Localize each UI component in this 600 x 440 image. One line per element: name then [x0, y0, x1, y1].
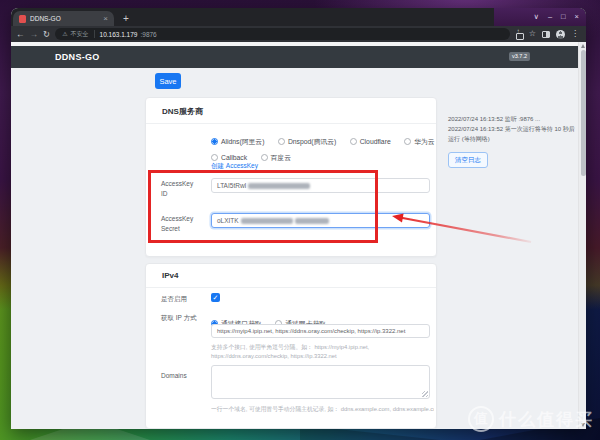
provider-radio-alidns[interactable]: Alidns(阿里云) [211, 137, 264, 147]
address-bar[interactable]: ⚠ 不安全 10.163.1.179 :9876 [55, 28, 510, 40]
annotation-red-box [148, 170, 378, 243]
log-line: 2022/07/24 16:13:52 第一次运行将等待 10 秒后运行 (等待… [448, 124, 577, 144]
domains-textarea[interactable] [211, 365, 430, 399]
ip-api-url-input[interactable]: https://myip4.ipip.net, https://ddns.ora… [211, 324, 430, 338]
provider-label: Dnspod(腾讯云) [288, 137, 336, 147]
browser-menu-icon[interactable]: ⋮ [571, 30, 579, 38]
page-scrollbar[interactable] [578, 42, 586, 429]
app-navbar: DDNS-GO v3.7.2 [11, 46, 578, 68]
domains-label: Domains [161, 371, 207, 381]
provider-radio-baidu[interactable]: 百度云 [261, 153, 291, 163]
ip-api-help-text: 支持多个接口, 使用半角逗号分隔。如： https://myip4.ipip.n… [211, 343, 434, 360]
save-button[interactable]: Save [155, 73, 181, 89]
tab-favicon-icon [19, 15, 26, 23]
radio-icon [350, 138, 357, 145]
dns-card-title: DNS服务商 [162, 106, 203, 117]
page-viewport: DDNS-GO v3.7.2 Save DNS服务商 Alidns(阿里云) D… [11, 42, 586, 429]
window-minimize-icon[interactable]: – [548, 13, 552, 21]
tab-title: DDNS-GO [30, 15, 99, 22]
watermark-text: 什么值得买 [499, 408, 594, 431]
new-tab-button[interactable]: + [123, 11, 129, 26]
ipv4-card: IPv4 是否启用 ✓ 获取 IP 方式 通过接口获取 通过网卡获取 [145, 263, 437, 429]
radio-icon [278, 138, 285, 145]
back-icon[interactable]: ← [16, 30, 25, 39]
security-label: 不安全 [71, 30, 89, 39]
url-host: 10.163.1.179 [100, 31, 138, 38]
provider-radio-callback[interactable]: Callback [211, 154, 247, 161]
divider [146, 123, 436, 124]
side-panel-icon[interactable] [542, 31, 550, 38]
enable-checkbox[interactable]: ✓ [211, 293, 220, 302]
profile-avatar-icon[interactable] [556, 30, 565, 39]
provider-radio-dnspod[interactable]: Dnspod(腾讯云) [278, 137, 336, 147]
window-menu-icon[interactable]: ∨ [533, 13, 539, 21]
watermark-badge-icon: 值 [468, 406, 494, 432]
window-frame: ∨ – □ × [494, 8, 586, 26]
provider-radio-huawei[interactable]: 华为云 [404, 137, 434, 147]
provider-label: Alidns(阿里云) [221, 137, 264, 147]
browser-window: ∨ – □ × DDNS-GO × + ← → ↻ ⚠ 不安全 10.163.1… [11, 8, 586, 429]
log-panel: 2022/07/24 16:13:52 监听 :9876 ... 2022/07… [448, 114, 577, 144]
enable-label: 是否启用 [161, 294, 207, 304]
provider-label: Callback [221, 154, 247, 161]
log-line: 2022/07/24 16:13:52 监听 :9876 ... [448, 114, 577, 124]
share-icon[interactable] [515, 30, 523, 38]
divider [146, 287, 436, 288]
resize-grip-icon[interactable] [422, 391, 428, 397]
tab-strip: ∨ – □ × DDNS-GO × + [11, 8, 586, 26]
radio-icon [261, 154, 268, 161]
security-warning-icon[interactable]: ⚠ [62, 31, 67, 37]
reload-icon[interactable]: ↻ [43, 30, 50, 39]
provider-label: 华为云 [414, 137, 434, 147]
browser-toolbar: ← → ↻ ⚠ 不安全 10.163.1.179 :9876 ☆ ⋮ [11, 26, 586, 42]
provider-radio-cloudflare[interactable]: Cloudflare [350, 138, 391, 145]
scrollbar-thumb[interactable] [581, 50, 586, 176]
url-separator [94, 30, 95, 38]
radio-icon [404, 138, 411, 145]
bookmark-star-icon[interactable]: ☆ [529, 30, 536, 38]
provider-label: 百度云 [271, 153, 291, 163]
desktop-wallpaper: ∨ – □ × DDNS-GO × + ← → ↻ ⚠ 不安全 10.163.1… [0, 0, 600, 440]
radio-icon [211, 154, 218, 161]
window-close-icon[interactable]: × [575, 13, 579, 21]
radio-selected-icon [211, 138, 218, 145]
clear-log-button[interactable]: 清空日志 [448, 152, 488, 168]
browser-tab[interactable]: DDNS-GO × [13, 11, 114, 26]
app-brand: DDNS-GO [55, 52, 100, 62]
toolbar-actions: ☆ ⋮ [515, 30, 581, 39]
provider-label: Cloudflare [360, 138, 391, 145]
window-maximize-icon[interactable]: □ [561, 13, 566, 21]
version-badge: v3.7.2 [509, 52, 530, 61]
forward-icon[interactable]: → [30, 30, 39, 39]
tab-close-icon[interactable]: × [103, 15, 108, 23]
url-port: :9876 [140, 31, 156, 38]
domains-help-text: 一行一个域名, 可使用冒号手动分隔主机记录, 如： ddns.example.c… [211, 405, 434, 414]
scrollbar-up-icon[interactable] [581, 44, 585, 48]
ip-method-label: 获取 IP 方式 [161, 313, 207, 323]
ip-api-url-value: https://myip4.ipip.net, https://ddns.ora… [217, 328, 405, 334]
ipv4-card-title: IPv4 [162, 271, 178, 280]
watermark: 值 什么值得买 [468, 406, 594, 432]
